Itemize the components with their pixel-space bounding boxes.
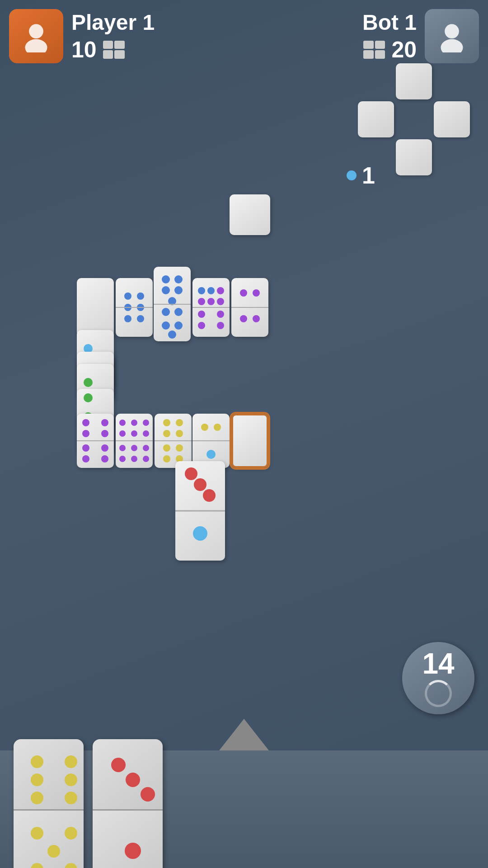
svg-point-12	[174, 275, 183, 283]
player1-section: Player 1 10	[9, 9, 155, 63]
bot1-avatar	[425, 9, 479, 63]
bot1-section: Bot 1 20	[362, 9, 479, 63]
bot1-info: Bot 1 20	[362, 10, 417, 63]
hand-tile-1-bottom	[14, 811, 84, 868]
board-domino	[116, 278, 153, 337]
draw-spinner-icon	[425, 680, 452, 707]
svg-point-31	[198, 322, 205, 329]
svg-point-86	[31, 774, 43, 786]
board-domino	[77, 414, 114, 468]
svg-point-66	[143, 456, 149, 462]
svg-point-92	[65, 827, 77, 840]
bot1-score-tiles	[363, 41, 385, 59]
svg-point-9	[124, 315, 131, 322]
board-domino-selected[interactable]	[231, 414, 268, 468]
board-domino	[231, 278, 268, 337]
board-domino	[154, 267, 191, 341]
svg-point-22	[198, 287, 205, 294]
svg-point-5	[137, 292, 144, 300]
svg-point-0	[29, 24, 43, 38]
hand-tile-2-top	[93, 739, 163, 809]
svg-point-97	[126, 773, 140, 787]
player1-avatar	[9, 9, 63, 63]
svg-point-34	[253, 289, 260, 297]
game-header: Player 1 10 Bot 1	[0, 0, 488, 72]
hand-tile-2[interactable]	[93, 739, 163, 868]
svg-point-29	[198, 311, 205, 318]
player1-name: Player 1	[71, 10, 155, 35]
svg-point-73	[176, 444, 183, 452]
svg-point-77	[214, 424, 221, 431]
svg-point-46	[101, 419, 108, 426]
svg-point-93	[47, 845, 60, 858]
svg-point-16	[162, 308, 170, 316]
svg-point-95	[65, 863, 77, 868]
svg-point-87	[31, 792, 43, 804]
svg-point-59	[143, 430, 149, 437]
svg-point-1	[25, 39, 47, 52]
svg-point-33	[240, 289, 247, 297]
svg-point-13	[162, 286, 170, 294]
svg-point-64	[119, 456, 126, 462]
player1-score-tiles	[103, 41, 125, 59]
svg-point-89	[65, 774, 77, 786]
svg-point-50	[82, 444, 89, 452]
svg-point-25	[198, 298, 205, 305]
svg-point-10	[137, 315, 144, 322]
svg-point-70	[176, 430, 183, 437]
svg-point-67	[163, 419, 170, 426]
svg-point-91	[31, 827, 43, 840]
svg-point-69	[163, 430, 170, 437]
svg-point-63	[143, 445, 149, 451]
svg-point-26	[207, 298, 215, 305]
bot1-name: Bot 1	[362, 10, 417, 35]
player-hand	[0, 750, 488, 868]
svg-point-76	[201, 424, 208, 431]
svg-point-72	[163, 444, 170, 452]
bot1-score: 20	[391, 37, 417, 63]
svg-point-82	[203, 489, 216, 502]
up-arrow-icon[interactable]	[219, 719, 269, 750]
svg-point-32	[217, 322, 224, 329]
svg-point-99	[125, 843, 141, 859]
svg-point-37	[253, 315, 260, 322]
draw-pile-count: 14	[422, 649, 454, 678]
svg-point-81	[194, 478, 206, 491]
svg-point-68	[176, 419, 183, 426]
hand-tile-1[interactable]	[14, 739, 84, 868]
player1-score: 10	[71, 37, 97, 63]
board-domino	[192, 414, 230, 468]
svg-point-48	[101, 430, 108, 437]
player1-score-row: 10	[71, 37, 155, 63]
svg-point-20	[174, 321, 183, 330]
svg-point-40	[84, 378, 93, 387]
score-tile	[375, 50, 385, 59]
svg-point-55	[131, 420, 137, 426]
svg-point-14	[174, 286, 183, 294]
svg-point-79	[206, 450, 216, 459]
svg-point-24	[217, 287, 224, 294]
svg-point-51	[101, 444, 108, 452]
draw-pile[interactable]: 14	[402, 642, 474, 714]
svg-point-85	[31, 755, 43, 768]
score-tile	[363, 50, 374, 59]
hand-tile-1-top	[14, 739, 84, 809]
score-tile	[375, 41, 385, 49]
svg-point-45	[82, 419, 89, 426]
svg-point-74	[163, 455, 170, 462]
svg-point-96	[111, 758, 126, 772]
svg-point-3	[441, 39, 463, 52]
svg-point-30	[217, 311, 224, 318]
svg-point-84	[193, 526, 207, 541]
board-domino	[77, 278, 114, 337]
svg-point-21	[168, 330, 176, 339]
board-domino	[192, 278, 230, 337]
board-domino-center	[175, 461, 225, 561]
svg-point-52	[82, 455, 89, 462]
svg-point-58	[131, 430, 137, 437]
score-tile	[114, 41, 125, 49]
svg-point-19	[162, 321, 170, 330]
svg-point-4	[124, 292, 131, 300]
board-domino-top	[230, 194, 270, 235]
bot1-score-row: 20	[363, 37, 417, 63]
